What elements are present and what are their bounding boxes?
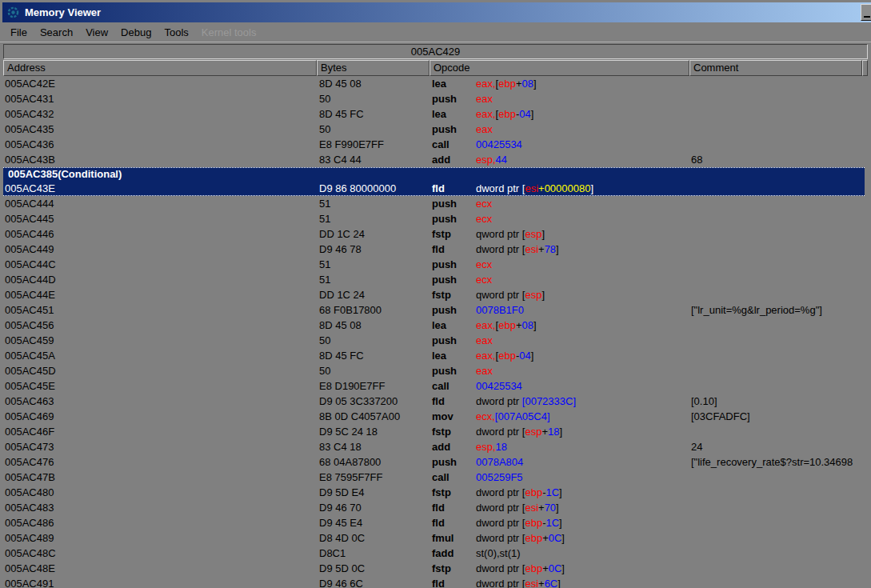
table-row[interactable]: 005AC44D51pushecx — [3, 272, 865, 287]
title-bar: Memory Viewer — [2, 2, 871, 22]
menu-debug[interactable]: Debug — [114, 25, 158, 40]
table-row[interactable]: 005AC44551pushecx — [3, 211, 865, 226]
column-header-filler — [862, 60, 868, 76]
table-row[interactable]: 005AC42E8D 45 08leaeax,[ebp+08] — [3, 76, 865, 91]
app-gear-icon[interactable] — [6, 6, 20, 19]
menu-search[interactable]: Search — [34, 25, 79, 40]
table-row[interactable]: 005AC43150pusheax — [3, 91, 865, 106]
table-row[interactable]: 005AC43B83 C4 44addesp,4468 — [3, 152, 865, 167]
minimize-icon — [864, 16, 870, 18]
column-header-comment[interactable]: Comment — [689, 60, 862, 76]
menu-bar: File Search View Debug Tools Kernel tool… — [2, 22, 871, 42]
table-row[interactable]: 005AC491D9 46 6Cflddword ptr [esi+6C] — [3, 576, 865, 588]
column-header-bytes[interactable]: Bytes — [317, 60, 430, 76]
table-row[interactable]: 005AC48ED9 5D 0Cfstpdword ptr [ebp+0C] — [3, 561, 865, 576]
table-row[interactable]: 005AC446DD 1C 24fstpqword ptr [esp] — [3, 226, 865, 242]
table-row[interactable]: 005AC44EDD 1C 24fstpqword ptr [esp] — [3, 287, 865, 302]
table-row[interactable]: 005AC45168 F0B17800push0078B1F0["lr_unit… — [3, 302, 865, 318]
menu-tools[interactable]: Tools — [158, 25, 194, 40]
table-row[interactable]: 005AC47668 04A87800push0078A804["life_re… — [3, 454, 865, 470]
table-row[interactable]: 005AC48CD8C1faddst(0),st(1) — [3, 546, 865, 561]
table-row[interactable]: 005AC4328D 45 FCleaeax,[ebp-04] — [3, 106, 865, 122]
disassembly-rows: 005AC42E8D 45 08leaeax,[ebp+08]005AC4315… — [3, 76, 865, 588]
table-row[interactable]: 005AC44451pushecx — [3, 196, 865, 211]
table-row[interactable]: 005AC43ED9 86 80000000flddword ptr [esi+… — [3, 181, 865, 196]
table-row[interactable]: 005AC45EE8 D190E7FFcall00425534 — [3, 378, 865, 394]
table-row[interactable]: 005AC4568D 45 08leaeax,[ebp+08] — [3, 318, 865, 333]
table-row[interactable]: 005AC46FD9 5C 24 18fstpdword ptr [esp+18… — [3, 424, 865, 439]
table-row[interactable]: 005AC449D9 46 78flddword ptr [esi+78] — [3, 242, 865, 257]
table-row[interactable]: 005AC463D9 05 3C337200flddword ptr [0072… — [3, 394, 865, 409]
table-row[interactable]: 005AC45950pusheax — [3, 333, 865, 348]
menu-file[interactable]: File — [4, 25, 34, 40]
address-display[interactable]: 005AC429 — [3, 44, 868, 59]
table-row[interactable]: 005AC44C51pushecx — [3, 257, 865, 272]
table-row[interactable]: 005AC47BE8 7595F7FFcall005259F5 — [3, 470, 865, 485]
table-row[interactable]: 005AC45A8D 45 FCleaeax,[ebp-04] — [3, 348, 865, 363]
column-header-address[interactable]: Address — [3, 60, 317, 76]
selection-block-header[interactable]: 005AC385(Conditional) — [3, 167, 865, 181]
window-title: Memory Viewer — [25, 6, 101, 18]
table-row[interactable]: 005AC436E8 F990E7FFcall00425534 — [3, 137, 865, 152]
menu-kernel-tools: Kernel tools — [195, 25, 263, 40]
table-row[interactable]: 005AC483D9 46 70flddword ptr [esi+70] — [3, 500, 865, 515]
table-row[interactable]: 005AC4698B 0D C4057A00movecx,[007A05C4][… — [3, 409, 865, 424]
table-row[interactable]: 005AC43550pusheax — [3, 122, 865, 137]
menu-divider — [0, 42, 871, 43]
table-row[interactable]: 005AC45D50pusheax — [3, 363, 865, 378]
minimize-button[interactable] — [861, 4, 871, 21]
table-row[interactable]: 005AC480D9 5D E4fstpdword ptr [ebp-1C] — [3, 485, 865, 500]
table-row[interactable]: 005AC486D9 45 E4flddword ptr [ebp-1C] — [3, 515, 865, 530]
column-headers: Address Bytes Opcode Comment — [3, 60, 868, 76]
table-row[interactable]: 005AC489D8 4D 0Cfmuldword ptr [ebp+0C] — [3, 530, 865, 546]
table-row[interactable]: 005AC47383 C4 18addesp,1824 — [3, 439, 865, 454]
menu-view[interactable]: View — [79, 25, 114, 40]
column-header-opcode[interactable]: Opcode — [430, 60, 689, 76]
